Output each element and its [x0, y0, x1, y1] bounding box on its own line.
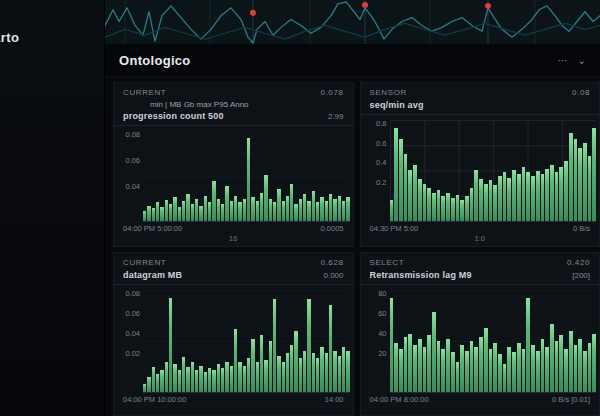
bar [441, 196, 445, 220]
x-axis-start-label: 04:00 PM 8:00:00 [370, 395, 429, 404]
bar [199, 206, 202, 221]
panel-datagram-mb[interactable]: CURRENT 0.628 datagram MB 0.000 0.080.06… [113, 252, 354, 416]
panel-retransmission-lag[interactable]: SELECT 0.420 Retransmission lag M9 [200]… [360, 252, 600, 416]
bar [346, 351, 349, 392]
bar [441, 349, 445, 392]
x-axis-center-label: 1:0 [361, 233, 600, 246]
panel-title-value: [200] [572, 271, 590, 280]
bar [143, 384, 146, 392]
panel-header-label: CURRENT [123, 88, 166, 97]
bar [474, 347, 478, 392]
bar [531, 176, 535, 220]
bar [269, 341, 272, 392]
bar [156, 202, 159, 220]
bar [427, 188, 431, 220]
bar [247, 138, 250, 220]
bar [260, 193, 263, 221]
y-tick-label: 0.08 [119, 290, 140, 298]
bar [550, 324, 554, 392]
bar [290, 184, 293, 220]
bar [592, 334, 596, 392]
bar [316, 358, 319, 392]
bar [165, 200, 168, 221]
bar [526, 172, 530, 220]
bar-plot[interactable] [143, 290, 350, 394]
bar [312, 353, 315, 392]
bar-plot[interactable] [390, 120, 597, 222]
bar [346, 197, 349, 220]
bar [408, 334, 412, 392]
bar [147, 377, 150, 392]
bar [338, 356, 341, 393]
panel-header: CURRENT 0.628 [114, 253, 353, 268]
bar [325, 201, 328, 221]
bar [186, 367, 189, 392]
bar [555, 341, 559, 392]
bar [173, 197, 176, 220]
bar [569, 331, 573, 392]
bar [465, 196, 469, 220]
bar [225, 362, 228, 392]
dashboard-root: arto Ontologico ⋯ ⌄ CURRENT 0.078 min | … [0, 0, 600, 416]
bar [446, 339, 450, 392]
bar [333, 351, 336, 392]
y-axis-ticks: 0.080.060.04 [119, 131, 143, 191]
bar [156, 374, 159, 392]
y-tick-label: 0.04 [119, 183, 140, 191]
bar [186, 194, 189, 220]
y-tick-label: 0.2 [366, 179, 387, 187]
x-axis-end-label: 14:00 [325, 395, 344, 404]
bar [559, 167, 563, 221]
bar [503, 172, 507, 220]
panel-header-label: SELECT [370, 258, 405, 267]
x-axis-end-label: 0.0005 [321, 224, 344, 233]
bar [333, 199, 336, 220]
panel-title: datagram MB [123, 270, 182, 280]
bar-plot[interactable] [390, 290, 597, 394]
bar [550, 165, 554, 220]
bar [493, 185, 497, 220]
bar [503, 364, 507, 392]
kebab-menu-icon[interactable]: ⋯ [558, 56, 568, 66]
bar [160, 370, 163, 392]
y-tick-label: 40 [366, 330, 387, 338]
panel-progression-count[interactable]: CURRENT 0.078 min | MB Gb max P95 Anno p… [113, 82, 354, 247]
bar [234, 196, 237, 221]
bar [413, 165, 417, 220]
bar [303, 351, 306, 392]
bar [418, 179, 422, 221]
panel-title-row: seq/min avg [361, 98, 600, 115]
bar [507, 178, 511, 221]
bar [208, 368, 211, 392]
bar [320, 347, 323, 392]
bar [423, 184, 427, 221]
bar [217, 199, 220, 220]
bar [169, 298, 172, 392]
bar [522, 349, 526, 392]
bar [238, 362, 241, 392]
panel-seq-min-avg[interactable]: SENSOR 0.08 seq/min avg 0.80.60.40.2 04:… [360, 82, 600, 247]
y-tick-label: 80 [366, 290, 387, 298]
panel-header-label: SENSOR [370, 88, 407, 97]
overview-line-chart[interactable] [105, 0, 600, 45]
bar [399, 349, 403, 392]
bar [394, 343, 398, 392]
bar [294, 331, 297, 392]
bar [493, 343, 497, 392]
bar [432, 312, 436, 392]
bar-plot[interactable] [143, 131, 350, 222]
bar [342, 201, 345, 221]
bar [517, 174, 521, 220]
bar [277, 189, 280, 220]
bar [178, 370, 181, 392]
bar [329, 194, 332, 220]
bar [470, 188, 474, 220]
bar [470, 341, 474, 392]
bar [418, 339, 422, 392]
bar [173, 364, 176, 392]
y-tick-label: 0.8 [366, 120, 387, 128]
collapse-icon[interactable]: ⌄ [578, 56, 586, 66]
bar [484, 184, 488, 221]
panel-title-row: progression count 500 2.99 [114, 109, 353, 126]
bar [578, 339, 582, 392]
